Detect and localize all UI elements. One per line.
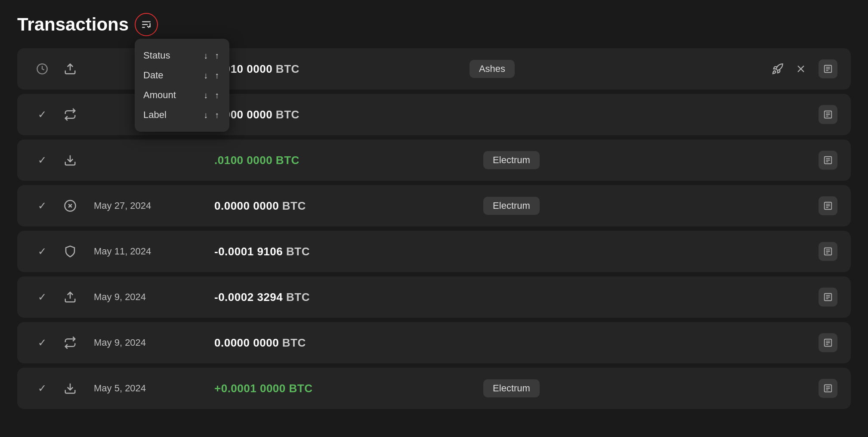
sort-date-arrows: ↓ ↑ — [202, 70, 221, 81]
label-badge: Ashes — [470, 60, 515, 78]
tx-status-confirmed: ✓ — [29, 291, 55, 303]
table-row: ✓ May 27, 2024 0.0000 0000 BTC Electrum — [17, 185, 851, 226]
tx-type-upload — [55, 62, 85, 75]
sort-button[interactable] — [135, 13, 158, 36]
memo-button[interactable] — [819, 379, 837, 398]
label-badge: Electrum — [483, 197, 540, 215]
tx-actions — [770, 61, 809, 77]
table-row: ✓ May 9, 2024 0.0000 0000 BTC — [17, 322, 851, 363]
tx-date: May 11, 2024 — [85, 246, 206, 257]
memo-icon — [823, 201, 833, 211]
sort-status-label: Status — [143, 50, 170, 61]
upload-icon — [64, 291, 77, 304]
tx-date: May 27, 2024 — [85, 200, 206, 211]
sort-amount-label: Amount — [143, 90, 176, 101]
sort-label-asc[interactable]: ↑ — [213, 110, 221, 120]
tx-type-upload — [55, 291, 85, 304]
tx-type-download — [55, 382, 85, 395]
sort-label-arrows: ↓ ↑ — [202, 110, 221, 120]
download-icon — [64, 382, 77, 395]
tx-amount: -0.0002 3294 BTC — [206, 291, 469, 304]
tx-memo — [817, 59, 839, 78]
sort-label-label: Label — [143, 109, 167, 121]
tx-label-area: Ashes — [449, 60, 535, 78]
tx-date: May 5, 2024 — [85, 383, 206, 394]
boost-button[interactable] — [770, 61, 785, 77]
shield-icon — [64, 245, 77, 258]
sort-status-asc[interactable]: ↑ — [213, 50, 221, 61]
tx-amount: 0.0000 0000 BTC — [206, 199, 469, 213]
tx-memo — [817, 105, 839, 124]
tx-label-area: Electrum — [469, 197, 555, 215]
swap-icon — [64, 336, 77, 349]
tx-memo — [817, 379, 839, 398]
upload-icon — [64, 62, 77, 75]
memo-button[interactable] — [819, 242, 837, 261]
tx-type-swap — [55, 336, 85, 349]
tx-status-confirmed: ✓ — [29, 337, 55, 349]
memo-icon — [823, 247, 833, 256]
tx-memo — [817, 288, 839, 307]
swap-icon — [64, 108, 77, 121]
tx-amount: .0100 0000 BTC — [206, 154, 469, 167]
tx-memo — [817, 333, 839, 352]
sort-amount-desc[interactable]: ↓ — [202, 90, 210, 100]
tx-date: May 9, 2024 — [85, 291, 206, 303]
tx-amount: .0010 0000 BTC — [206, 62, 449, 76]
tx-status-pending — [29, 63, 55, 75]
sort-option-amount: Amount ↓ ↑ — [143, 85, 221, 105]
tx-amount: .0000 0000 BTC — [206, 108, 469, 121]
tx-status-confirmed: ✓ — [29, 108, 55, 121]
memo-button[interactable] — [819, 59, 837, 78]
sort-amount-asc[interactable]: ↑ — [213, 90, 221, 100]
memo-button[interactable] — [819, 105, 837, 124]
table-row: ✓ May 5, 2024 +0.0001 0000 BTC Electrum — [17, 368, 851, 409]
memo-icon — [823, 292, 833, 302]
tx-date: May 9, 2024 — [85, 337, 206, 348]
memo-icon — [823, 384, 833, 393]
tx-status-confirmed: ✓ — [29, 245, 55, 257]
sort-label-desc[interactable]: ↓ — [202, 110, 210, 120]
clock-icon — [36, 63, 48, 75]
sort-option-date: Date ↓ ↑ — [143, 65, 221, 85]
tx-type-shield — [55, 245, 85, 258]
tx-type-download — [55, 154, 85, 167]
sort-amount-arrows: ↓ ↑ — [202, 90, 221, 100]
sort-dropdown: Status ↓ ↑ Date ↓ ↑ Amount ↓ ↑ — [135, 39, 229, 132]
sort-date-asc[interactable]: ↑ — [213, 70, 221, 81]
label-badge: Electrum — [483, 151, 540, 169]
sort-date-desc[interactable]: ↓ — [202, 70, 210, 81]
memo-icon — [823, 338, 833, 347]
tx-status-confirmed: ✓ — [29, 154, 55, 166]
memo-icon — [823, 64, 833, 74]
sort-option-label: Label ↓ ↑ — [143, 105, 221, 125]
tx-memo — [817, 196, 839, 215]
cancel-circle-icon — [64, 199, 77, 212]
table-row: ✓ May 9, 2024 -0.0002 3294 BTC — [17, 276, 851, 318]
sort-status-desc[interactable]: ↓ — [202, 50, 210, 61]
tx-status-confirmed: ✓ — [29, 382, 55, 394]
page-title: Transactions — [17, 14, 129, 35]
memo-icon — [823, 155, 833, 165]
cancel-tx-button[interactable] — [793, 61, 809, 77]
memo-button[interactable] — [819, 333, 837, 352]
memo-button[interactable] — [819, 196, 837, 215]
memo-button[interactable] — [819, 288, 837, 307]
sort-button-wrapper: Status ↓ ↑ Date ↓ ↑ Amount ↓ ↑ — [135, 13, 158, 36]
download-icon — [64, 154, 77, 167]
tx-amount: -0.0001 9106 BTC — [206, 245, 469, 258]
tx-label-area: Electrum — [469, 379, 555, 397]
sort-option-status: Status ↓ ↑ — [143, 46, 221, 65]
rocket-icon — [772, 63, 784, 75]
tx-memo — [817, 242, 839, 261]
memo-icon — [823, 110, 833, 119]
close-icon — [795, 63, 807, 75]
tx-amount: 0.0000 0000 BTC — [206, 336, 469, 350]
sort-date-label: Date — [143, 70, 163, 81]
memo-button[interactable] — [819, 151, 837, 170]
page-header: Transactions Status ↓ ↑ Date — [17, 13, 851, 36]
tx-type-swap — [55, 108, 85, 121]
tx-memo — [817, 151, 839, 170]
tx-type-cancel-circle — [55, 199, 85, 212]
label-badge: Electrum — [483, 379, 540, 397]
